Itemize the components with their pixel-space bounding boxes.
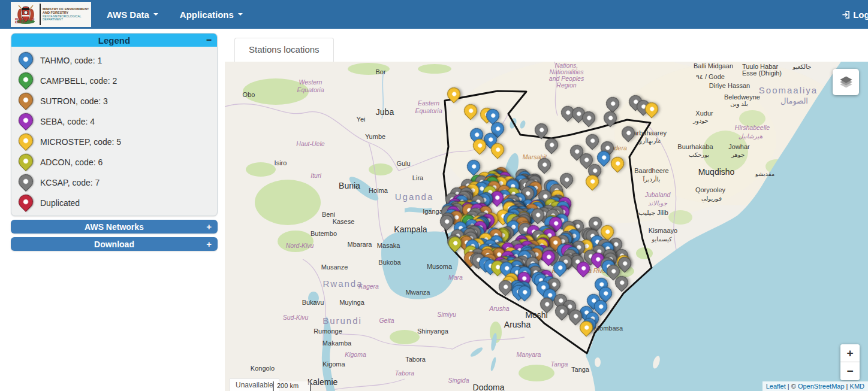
zoom-control: + − bbox=[840, 344, 860, 380]
download-panel-header[interactable]: Download + bbox=[11, 237, 218, 251]
sign-in-icon bbox=[842, 10, 851, 19]
stations-map[interactable]: WesternEquatoriaEasternEquatoriaNations,… bbox=[225, 62, 868, 391]
legend-collapse-button[interactable]: − bbox=[206, 34, 212, 47]
layers-control[interactable] bbox=[833, 69, 859, 95]
login-link[interactable]: Login bbox=[842, 0, 868, 29]
station-marker[interactable] bbox=[608, 154, 626, 172]
main-menu: AWS Data Applications bbox=[107, 0, 243, 29]
legend-items: TAHMO, code: 1CAMPBELL, code: 2SUTRON, c… bbox=[11, 47, 217, 216]
station-marker[interactable] bbox=[461, 101, 480, 120]
legend-item-label: MICROSTEP, code: 5 bbox=[40, 137, 121, 147]
kmd-link[interactable]: KMD bbox=[850, 383, 864, 390]
menu-aws-data-label: AWS Data bbox=[107, 10, 149, 20]
republic-of-kenya-label: REPUBLIC OF KENYA bbox=[15, 18, 39, 24]
zoom-in-button[interactable]: + bbox=[840, 344, 860, 362]
sidebar: Legend − TAHMO, code: 1CAMPBELL, code: 2… bbox=[11, 33, 218, 251]
map-scale: 200 km bbox=[273, 381, 311, 391]
station-marker[interactable] bbox=[619, 123, 637, 142]
expand-plus-icon[interactable]: + bbox=[206, 222, 212, 232]
legend-item[interactable]: CAMPBELL, code: 2 bbox=[17, 71, 217, 91]
station-marker[interactable] bbox=[583, 131, 601, 150]
legend-item-label: SUTRON, code: 3 bbox=[40, 96, 108, 106]
chevron-down-icon bbox=[153, 13, 158, 16]
layers-icon bbox=[838, 74, 854, 90]
menu-aws-data[interactable]: AWS Data bbox=[107, 10, 158, 20]
legend-item-label: Duplicated bbox=[40, 198, 80, 208]
station-marker[interactable] bbox=[601, 108, 619, 127]
legend-panel: Legend − TAHMO, code: 1CAMPBELL, code: 2… bbox=[11, 33, 218, 216]
legend-item[interactable]: KCSAP, code: 7 bbox=[17, 172, 217, 193]
legend-item[interactable]: TAHMO, code: 1 bbox=[17, 50, 217, 71]
legend-item[interactable]: ADCON, code: 6 bbox=[17, 152, 217, 172]
ministry-label: MINISTRY OF ENVIRONMENT AND FORESTRY KEN… bbox=[43, 7, 89, 22]
legend-item-label: CAMPBELL, code: 2 bbox=[40, 76, 117, 86]
menu-applications[interactable]: Applications bbox=[180, 10, 243, 20]
marker-pin-icon bbox=[17, 112, 34, 131]
legend-item[interactable]: MICROSTEP, code: 5 bbox=[17, 132, 217, 152]
legend-item-label: KCSAP, code: 7 bbox=[40, 178, 100, 187]
marker-pin-icon bbox=[17, 51, 34, 70]
login-label: Login bbox=[853, 10, 868, 20]
download-title: Download bbox=[94, 240, 134, 249]
chevron-down-icon bbox=[238, 13, 243, 16]
marker-pin-icon bbox=[17, 92, 34, 111]
legend-item[interactable]: SUTRON, code: 3 bbox=[17, 91, 217, 111]
legend-item-label: SEBA, code: 4 bbox=[40, 117, 95, 126]
zoom-out-button[interactable]: − bbox=[840, 362, 860, 380]
station-marker[interactable] bbox=[532, 120, 550, 139]
marker-pin-icon bbox=[17, 71, 34, 90]
expand-plus-icon[interactable]: + bbox=[206, 239, 212, 249]
attribution-separator: | bbox=[845, 383, 850, 390]
legend-item-label: TAHMO, code: 1 bbox=[40, 56, 102, 65]
menu-applications-label: Applications bbox=[180, 10, 234, 20]
station-marker[interactable] bbox=[444, 84, 463, 103]
kmd-logo[interactable]: REPUBLIC OF KENYA MINISTRY OF ENVIRONMEN… bbox=[11, 2, 91, 27]
aws-networks-panel-header[interactable]: AWS Networks + bbox=[11, 220, 218, 234]
station-marker[interactable] bbox=[603, 94, 622, 113]
osm-link[interactable]: OpenStreetMap bbox=[798, 383, 845, 390]
leaflet-link[interactable]: Leaflet bbox=[766, 383, 786, 390]
station-marker[interactable] bbox=[542, 135, 560, 154]
logo-divider bbox=[40, 4, 41, 25]
top-navbar: REPUBLIC OF KENYA MINISTRY OF ENVIRONMEN… bbox=[0, 0, 868, 29]
marker-pin-icon bbox=[17, 173, 34, 192]
map-attribution: Leaflet | © OpenStreetMap | KMD bbox=[762, 381, 868, 391]
legend-title: Legend bbox=[98, 35, 130, 46]
coords-unavailable-label: Unavailable bbox=[230, 378, 279, 391]
station-marker[interactable] bbox=[535, 155, 553, 174]
map-markers bbox=[225, 62, 868, 391]
marker-pin-icon bbox=[17, 193, 34, 213]
legend-item[interactable]: SEBA, code: 4 bbox=[17, 111, 217, 132]
tab-stations-locations[interactable]: Stations locations bbox=[234, 38, 334, 62]
aws-networks-title: AWS Networks bbox=[85, 222, 144, 232]
kenya-coat-of-arms-icon: REPUBLIC OF KENYA bbox=[13, 4, 39, 25]
attribution-separator: | © bbox=[786, 383, 798, 390]
marker-pin-icon bbox=[17, 132, 34, 151]
legend-header[interactable]: Legend − bbox=[11, 34, 217, 47]
legend-item[interactable]: Duplicated bbox=[17, 193, 217, 213]
legend-item-label: ADCON, code: 6 bbox=[40, 157, 103, 167]
marker-pin-icon bbox=[17, 153, 34, 172]
